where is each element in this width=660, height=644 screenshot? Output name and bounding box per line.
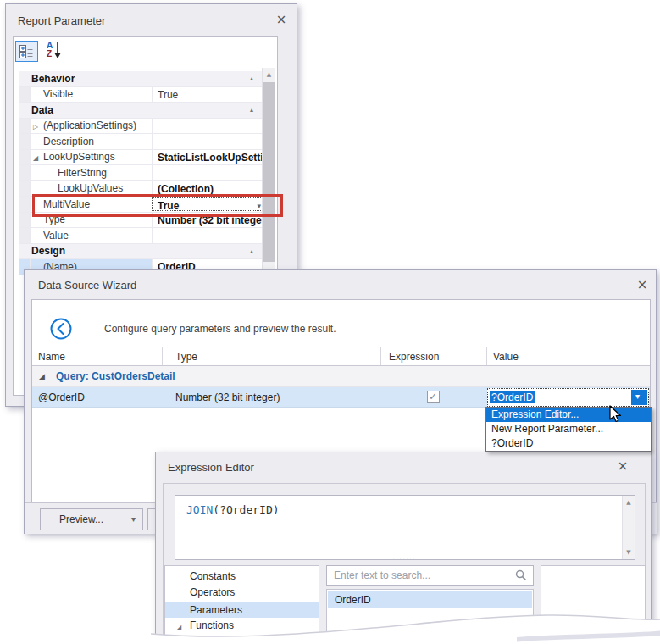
property-label: LookUpValues: [58, 182, 123, 194]
code-text: (?OrderID): [213, 503, 279, 516]
code-scrollbar[interactable]: ▲ ▼: [622, 496, 635, 559]
selected-text: ?OrderID: [490, 391, 535, 403]
dropdown-arrow-icon: ▾: [635, 391, 640, 401]
splitter-grip[interactable]: ·······: [362, 554, 446, 563]
row-gutter: [19, 213, 31, 228]
property-label: (ApplicationSettings): [43, 119, 136, 131]
row-gutter: [19, 87, 31, 103]
property-value[interactable]: [152, 134, 267, 149]
multivalue-dropdown-editor[interactable]: True ▾: [152, 197, 266, 211]
column-separator[interactable]: [162, 347, 163, 365]
dropdown-item-expression-editor[interactable]: Expression Editor...: [486, 408, 651, 422]
combo-dropdown-button[interactable]: ▾: [631, 390, 647, 405]
search-icon[interactable]: [515, 569, 527, 585]
expression-code-box[interactable]: JOIN(?OrderID) ▲ ▼: [175, 495, 635, 560]
property-row-applicationsettings[interactable]: ▷ (ApplicationSettings): [19, 119, 267, 135]
property-row-value[interactable]: Value: [19, 228, 267, 244]
column-header-value[interactable]: Value: [493, 351, 519, 363]
collapse-node-icon[interactable]: ◢: [33, 154, 38, 162]
torn-edge-wave: [0, 585, 660, 644]
property-label: Description: [43, 136, 94, 147]
parameter-table-row[interactable]: @OrderID Number (32 bit integer) ✓ ?Orde…: [32, 387, 650, 408]
property-row-lookupvalues[interactable]: LookUpValues (Collection): [19, 181, 267, 197]
property-label: LookUpSettings: [43, 151, 115, 163]
category-row-design[interactable]: Design ▴: [19, 244, 267, 260]
screenshot-canvas: Report Parameter × A Z: [0, 0, 660, 644]
preview-button-label: Preview...: [41, 514, 122, 525]
property-label: Value: [43, 230, 69, 242]
property-label: FilterString: [58, 167, 107, 179]
dialog-title: Expression Editor: [168, 461, 254, 474]
dropdown-item-orderid[interactable]: ?OrderID: [486, 436, 651, 451]
category-label: Design: [31, 245, 65, 257]
property-row-multivalue[interactable]: MultiValue True ▾: [19, 197, 267, 213]
collapse-icon[interactable]: ▴: [250, 247, 253, 255]
property-value[interactable]: Number (32 bit integer): [152, 213, 267, 228]
dropdown-item-new-report-parameter[interactable]: New Report Parameter...: [486, 422, 651, 436]
row-gutter: [19, 134, 31, 149]
row-gutter: [19, 181, 31, 197]
category-row-behavior[interactable]: Behavior ▴: [19, 71, 267, 87]
property-row-filterstring[interactable]: FilterString: [19, 165, 267, 181]
property-label: Visible: [43, 88, 73, 100]
property-value[interactable]: [152, 228, 267, 243]
column-separator[interactable]: [380, 347, 381, 365]
property-grid: Behavior ▴ Visible True Data ▴ ▷ (Applic…: [19, 71, 267, 275]
preview-button[interactable]: Preview... ▾: [40, 508, 143, 530]
category-label: Data: [31, 104, 53, 116]
collapse-icon[interactable]: ▴: [250, 75, 253, 82]
dialog-title: Data Source Wizard: [38, 279, 136, 291]
collapse-icon[interactable]: ▴: [250, 106, 253, 114]
cell-parameter-name: @OrderID: [38, 391, 85, 403]
scroll-up-icon[interactable]: ▲: [263, 71, 275, 78]
categorized-view-button[interactable]: [15, 41, 38, 62]
search-box[interactable]: Enter text to search...: [326, 565, 534, 586]
category-label: Behavior: [31, 73, 75, 85]
editor-value: True: [158, 200, 179, 211]
query-group-row[interactable]: ◢ Query: CustOrdersDetail: [32, 366, 650, 387]
expression-checkbox[interactable]: ✓: [427, 391, 440, 403]
property-row-type[interactable]: Type Number (32 bit integer): [19, 213, 267, 229]
property-row-lookupsettings[interactable]: ◢ LookUpSettings StaticListLookUpSetting…: [19, 150, 267, 166]
property-row-description[interactable]: Description: [19, 134, 267, 150]
group-row-label: Query: CustOrdersDetail: [56, 370, 175, 382]
alphabetical-sort-button[interactable]: A Z: [42, 41, 65, 62]
cell-parameter-type: Number (32 bit integer): [175, 391, 280, 403]
dropdown-arrow-icon[interactable]: ▾: [257, 202, 261, 210]
row-gutter: [19, 197, 31, 212]
dialog-title: Report Parameter: [18, 14, 105, 27]
property-value[interactable]: StaticListLookUpSettings: [152, 150, 267, 165]
row-gutter: [19, 119, 31, 134]
close-icon[interactable]: ×: [615, 458, 630, 474]
property-value[interactable]: [152, 119, 267, 134]
scroll-up-icon[interactable]: ▲: [623, 499, 635, 506]
dropdown-arrow-icon[interactable]: ▾: [131, 514, 136, 524]
property-value[interactable]: True: [152, 87, 267, 103]
property-label: MultiValue: [43, 198, 90, 210]
search-placeholder: Enter text to search...: [334, 569, 430, 581]
column-header-name[interactable]: Name: [38, 351, 65, 363]
value-combo-editor[interactable]: ?OrderID ▾: [487, 388, 649, 407]
value-dropdown-popup: Expression Editor... New Report Paramete…: [485, 407, 652, 452]
back-arrow-icon[interactable]: [49, 317, 73, 344]
column-header-type[interactable]: Type: [175, 351, 197, 363]
column-header-expression[interactable]: Expression: [389, 351, 439, 363]
column-separator[interactable]: [486, 347, 487, 365]
code-keyword: JOIN: [186, 503, 213, 516]
table-header-row: Name Type Expression Value: [32, 347, 650, 366]
row-gutter: [19, 228, 31, 243]
scroll-down-icon[interactable]: ▼: [623, 549, 635, 556]
group-expanded-icon[interactable]: ◢: [39, 372, 45, 380]
checkmark-icon: ✓: [429, 391, 437, 402]
property-row-visible[interactable]: Visible True: [19, 87, 267, 103]
tree-item-constants[interactable]: Constants: [190, 570, 236, 582]
category-row-data[interactable]: Data ▴: [19, 103, 267, 119]
row-gutter: [19, 165, 31, 180]
property-value[interactable]: (Collection): [152, 181, 267, 197]
close-icon[interactable]: ×: [635, 277, 650, 292]
close-icon[interactable]: ×: [274, 12, 289, 27]
expand-icon[interactable]: ▷: [33, 123, 38, 130]
mouse-cursor: [609, 405, 623, 424]
property-value[interactable]: [152, 165, 267, 180]
scrollbar-thumb[interactable]: [263, 82, 275, 262]
